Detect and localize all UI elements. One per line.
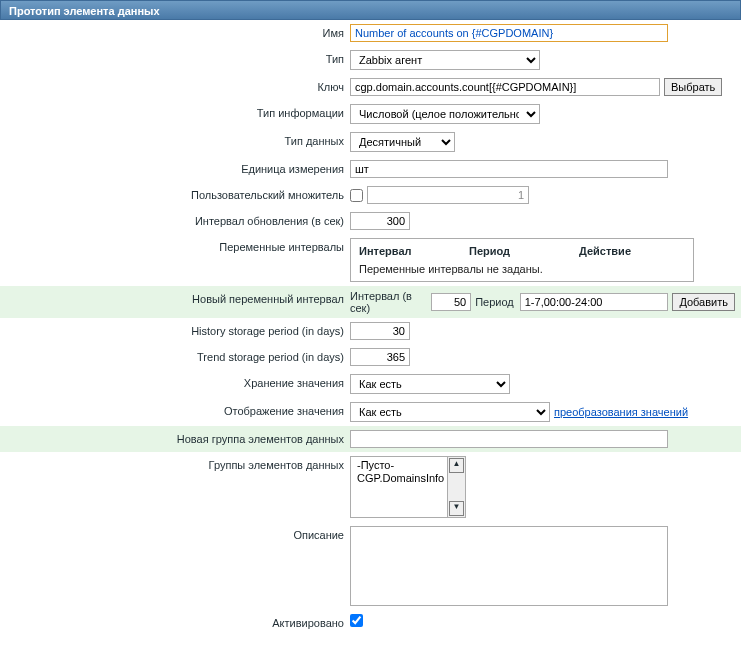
- flex-intervals-box: Интервал Период Действие Переменные инте…: [350, 238, 694, 282]
- group-option[interactable]: CGP.DomainsInfo: [355, 472, 443, 485]
- group-option[interactable]: -Пусто-: [355, 459, 443, 472]
- groups-select[interactable]: -Пусто- CGP.DomainsInfo: [351, 457, 447, 517]
- group-down-button[interactable]: ▼: [449, 501, 464, 516]
- unit-input[interactable]: [350, 160, 668, 178]
- label-show-value: Отображение значения: [0, 402, 350, 417]
- data-type-select[interactable]: Десятичный: [350, 132, 455, 152]
- description-textarea[interactable]: [350, 526, 668, 606]
- form-header: Прототип элемента данных: [0, 0, 741, 20]
- enabled-checkbox[interactable]: [350, 614, 363, 627]
- form-title: Прототип элемента данных: [9, 5, 160, 17]
- add-flex-button[interactable]: Добавить: [672, 293, 735, 311]
- label-flex-interval-sec: Интервал (в сек): [350, 290, 425, 314]
- trends-input[interactable]: [350, 348, 410, 366]
- label-description: Описание: [0, 526, 350, 541]
- label-type: Тип: [0, 50, 350, 65]
- show-value-select[interactable]: Как есть: [350, 402, 550, 422]
- flex-col-action: Действие: [579, 245, 679, 257]
- info-type-select[interactable]: Числовой (целое положительное): [350, 104, 540, 124]
- label-multiplier: Пользовательский множитель: [0, 186, 350, 201]
- value-maps-link[interactable]: преобразования значений: [554, 406, 688, 418]
- label-update-interval: Интервал обновления (в сек): [0, 212, 350, 227]
- name-input[interactable]: [350, 24, 668, 42]
- flex-col-period: Период: [469, 245, 579, 257]
- label-unit: Единица измерения: [0, 160, 350, 175]
- label-info-type: Тип информации: [0, 104, 350, 119]
- history-input[interactable]: [350, 322, 410, 340]
- flex-period-input[interactable]: [520, 293, 669, 311]
- group-up-button[interactable]: ▲: [449, 458, 464, 473]
- multiplier-checkbox[interactable]: [350, 189, 363, 202]
- flex-empty-text: Переменные интервалы не заданы.: [359, 263, 685, 275]
- new-group-input[interactable]: [350, 430, 668, 448]
- select-key-button[interactable]: Выбрать: [664, 78, 722, 96]
- label-enabled: Активировано: [0, 614, 350, 629]
- label-new-flex: Новый переменный интервал: [0, 290, 350, 305]
- label-history: History storage period (in days): [0, 322, 350, 337]
- store-value-select[interactable]: Как есть: [350, 374, 510, 394]
- label-flex-period: Период: [475, 296, 514, 308]
- flex-interval-input[interactable]: [431, 293, 471, 311]
- multiplier-input: [367, 186, 529, 204]
- label-data-type: Тип данных: [0, 132, 350, 147]
- key-input[interactable]: [350, 78, 660, 96]
- update-interval-input[interactable]: [350, 212, 410, 230]
- label-key: Ключ: [0, 78, 350, 93]
- label-trends: Trend storage period (in days): [0, 348, 350, 363]
- type-select[interactable]: Zabbix агент: [350, 50, 540, 70]
- flex-col-interval: Интервал: [359, 245, 469, 257]
- label-flex-intervals: Переменные интервалы: [0, 238, 350, 253]
- label-store-value: Хранение значения: [0, 374, 350, 389]
- label-new-group: Новая группа элементов данных: [0, 430, 350, 445]
- label-groups: Группы элементов данных: [0, 456, 350, 471]
- label-name: Имя: [0, 24, 350, 39]
